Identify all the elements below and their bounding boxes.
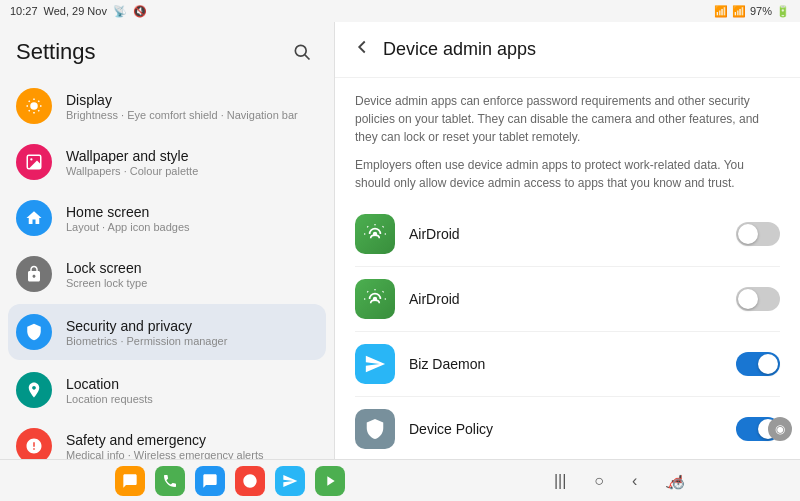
sidebar-item-security[interactable]: Security and privacy Biometrics · Permis… bbox=[8, 304, 326, 360]
location-icon bbox=[16, 372, 52, 408]
devicepolicy-name: Device Policy bbox=[409, 421, 736, 437]
content-area: Device admin apps Device admin apps can … bbox=[335, 22, 800, 459]
sidebar-item-lock[interactable]: Lock screen Screen lock type bbox=[0, 246, 334, 302]
location-title: Location bbox=[66, 376, 318, 392]
biz-toggle[interactable] bbox=[736, 352, 780, 376]
cast-icon: 📡 bbox=[113, 5, 127, 18]
svg-point-0 bbox=[295, 45, 306, 56]
wallpaper-title: Wallpaper and style bbox=[66, 148, 318, 164]
airdroid1-icon bbox=[355, 214, 395, 254]
content-desc1: Device admin apps can enforce password r… bbox=[355, 92, 780, 146]
home-button[interactable]: ○ bbox=[594, 472, 604, 490]
back-nav-button[interactable]: ‹ bbox=[632, 472, 637, 490]
safety-subtitle: Medical info · Wireless emergency alerts bbox=[66, 449, 318, 460]
app-item-airdroid2: AirDroid bbox=[355, 267, 780, 332]
devicepolicy-icon bbox=[355, 409, 395, 449]
home-text: Home screen Layout · App icon badges bbox=[66, 204, 318, 233]
date: Wed, 29 Nov bbox=[44, 5, 107, 17]
biz-name: Biz Daemon bbox=[409, 356, 736, 372]
security-subtitle: Biometrics · Permission manager bbox=[66, 335, 318, 347]
sidebar-item-wallpaper[interactable]: Wallpaper and style Wallpapers · Colour … bbox=[0, 134, 334, 190]
lock-icon bbox=[16, 256, 52, 292]
display-icon bbox=[16, 88, 52, 124]
airdroid2-thumb bbox=[738, 289, 758, 309]
sidebar: Settings Display Brightness · Eye comfor… bbox=[0, 22, 335, 459]
safety-text: Safety and emergency Medical info · Wire… bbox=[66, 432, 318, 460]
wallpaper-icon bbox=[16, 144, 52, 180]
airdroid2-toggle[interactable] bbox=[736, 287, 780, 311]
security-text: Security and privacy Biometrics · Permis… bbox=[66, 318, 318, 347]
content-header: Device admin apps bbox=[335, 22, 800, 78]
accessibility-button[interactable]: 🦽 bbox=[665, 471, 685, 490]
home-title: Home screen bbox=[66, 204, 318, 220]
bottom-app-phone[interactable] bbox=[155, 466, 185, 496]
sidebar-item-home[interactable]: Home screen Layout · App icon badges bbox=[0, 190, 334, 246]
lock-title: Lock screen bbox=[66, 260, 318, 276]
home-icon bbox=[16, 200, 52, 236]
status-bar: 10:27 Wed, 29 Nov 📡 🔇 📶 📶 97% 🔋 bbox=[0, 0, 800, 22]
status-left: 10:27 Wed, 29 Nov 📡 🔇 bbox=[10, 5, 147, 18]
back-button[interactable] bbox=[351, 36, 373, 63]
svg-line-1 bbox=[305, 55, 310, 60]
security-icon bbox=[16, 314, 52, 350]
display-subtitle: Brightness · Eye comfort shield · Naviga… bbox=[66, 109, 318, 121]
status-right: 📶 📶 97% 🔋 bbox=[714, 5, 790, 18]
wifi-icon: 📶 bbox=[714, 5, 728, 18]
sidebar-title: Settings bbox=[16, 39, 96, 65]
bottom-app-youtube[interactable] bbox=[235, 466, 265, 496]
time: 10:27 bbox=[10, 5, 38, 17]
recent-apps-button[interactable]: ||| bbox=[554, 472, 566, 490]
nav-buttons: ||| ○ ‹ 🦽 bbox=[554, 471, 685, 490]
wallpaper-text: Wallpaper and style Wallpapers · Colour … bbox=[66, 148, 318, 177]
sidebar-item-location[interactable]: Location Location requests bbox=[0, 362, 334, 418]
bottom-app-messages[interactable] bbox=[115, 466, 145, 496]
battery-level: 97% bbox=[750, 5, 772, 17]
app-item-devicepolicy: Device Policy bbox=[355, 397, 780, 459]
svg-point-4 bbox=[30, 158, 32, 160]
signal-icon: 📶 bbox=[732, 5, 746, 18]
svg-point-2 bbox=[30, 102, 38, 110]
airdroid1-thumb bbox=[738, 224, 758, 244]
security-title: Security and privacy bbox=[66, 318, 318, 334]
bottom-app-telegram[interactable] bbox=[275, 466, 305, 496]
lock-text: Lock screen Screen lock type bbox=[66, 260, 318, 289]
content-body: Device admin apps can enforce password r… bbox=[335, 78, 800, 459]
bottom-nav: ||| ○ ‹ 🦽 bbox=[0, 459, 800, 501]
search-button[interactable] bbox=[286, 36, 318, 68]
lock-subtitle: Screen lock type bbox=[66, 277, 318, 289]
airdroid2-icon bbox=[355, 279, 395, 319]
battery-icon: 🔋 bbox=[776, 5, 790, 18]
airdroid1-name: AirDroid bbox=[409, 226, 736, 242]
app-item-biz: Biz Daemon bbox=[355, 332, 780, 397]
app-list: AirDroid AirDroid bbox=[355, 202, 780, 459]
home-subtitle: Layout · App icon badges bbox=[66, 221, 318, 233]
wallpaper-subtitle: Wallpapers · Colour palette bbox=[66, 165, 318, 177]
main-layout: Settings Display Brightness · Eye comfor… bbox=[0, 22, 800, 459]
app-item-airdroid1: AirDroid bbox=[355, 202, 780, 267]
content-desc2: Employers often use device admin apps to… bbox=[355, 156, 780, 192]
airdroid2-name: AirDroid bbox=[409, 291, 736, 307]
content-title: Device admin apps bbox=[383, 39, 536, 60]
bottom-app-chat[interactable] bbox=[195, 466, 225, 496]
volume-icon: 🔇 bbox=[133, 5, 147, 18]
sidebar-item-safety[interactable]: Safety and emergency Medical info · Wire… bbox=[0, 418, 334, 459]
location-subtitle: Location requests bbox=[66, 393, 318, 405]
scroll-indicator: ◉ bbox=[768, 417, 792, 441]
biz-thumb bbox=[758, 354, 778, 374]
location-text: Location Location requests bbox=[66, 376, 318, 405]
safety-title: Safety and emergency bbox=[66, 432, 318, 448]
display-text: Display Brightness · Eye comfort shield … bbox=[66, 92, 318, 121]
airdroid1-toggle[interactable] bbox=[736, 222, 780, 246]
biz-icon bbox=[355, 344, 395, 384]
safety-icon bbox=[16, 428, 52, 459]
sidebar-item-display[interactable]: Display Brightness · Eye comfort shield … bbox=[0, 78, 334, 134]
display-title: Display bbox=[66, 92, 318, 108]
sidebar-header: Settings bbox=[0, 22, 334, 78]
bottom-app-play[interactable] bbox=[315, 466, 345, 496]
